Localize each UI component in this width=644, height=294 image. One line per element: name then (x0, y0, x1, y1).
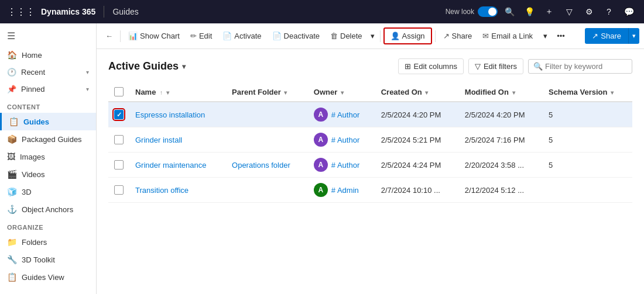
select-all-checkbox[interactable] (114, 87, 124, 96)
toolbar-overflow-button[interactable]: ••• (553, 29, 568, 43)
deactivate-button[interactable]: 📄 Deactivate (268, 29, 324, 43)
guide-name-link[interactable]: Grinder maintenance (135, 161, 206, 170)
show-chart-button[interactable]: 📊 Show Chart (124, 29, 184, 43)
parent-folder-column-header[interactable]: Parent Folder ▾ (226, 82, 308, 102)
sidebar-item-home[interactable]: 🏠 Home (0, 46, 96, 64)
sidebar-item-videos[interactable]: 🎬 Videos (0, 165, 96, 183)
images-icon: 🖼 (7, 152, 15, 161)
col-chevron-icon: ▾ (166, 89, 169, 96)
deactivate-icon: 📄 (272, 32, 282, 40)
row-modified-on-cell: 2/5/2024 7:16 PM (459, 127, 543, 153)
email-a-link-button[interactable]: ✉ Email a Link (478, 29, 537, 43)
app-layout: ☰ 🏠 Home 🕐 Recent ▾ 📌 Pinned ▾ Content 📋… (0, 23, 644, 294)
owner-link[interactable]: # Author (331, 161, 359, 170)
grid-icon[interactable]: ⋮⋮⋮ (7, 6, 35, 18)
schema-version-column-header[interactable]: Schema Version ▾ (543, 82, 632, 102)
modified-on-column-header[interactable]: Modified On ▾ (459, 82, 543, 102)
sidebar-item-packaged-guides[interactable]: 📦 Packaged Guides (0, 130, 96, 148)
chat-icon[interactable]: 💬 (621, 4, 637, 20)
filter-keyword-input[interactable] (545, 62, 627, 71)
row-created-on-cell: 2/5/2024 5:21 PM (375, 127, 459, 153)
guides-table: Name ↑ ▾ Parent Folder ▾ Owner ▾ (108, 82, 632, 203)
col-chevron-icon: ▾ (284, 89, 287, 96)
sidebar-item-guides-view[interactable]: 📋 Guides View (0, 268, 96, 286)
videos-icon: 🎬 (7, 170, 17, 179)
activate-button[interactable]: 📄 Activate (218, 29, 266, 43)
3d-icon: 🧊 (7, 187, 17, 196)
row-parent-folder-cell (226, 178, 308, 203)
share-button-group: ↗ Share ▾ (585, 28, 639, 44)
parent-folder-link[interactable]: Operations folder (232, 161, 290, 170)
owner-link[interactable]: # Author (331, 110, 359, 119)
settings-icon[interactable]: ⚙ (581, 4, 597, 20)
sidebar-item-pinned[interactable]: 📌 Pinned ▾ (0, 81, 96, 98)
plus-icon[interactable]: ＋ (541, 4, 557, 20)
edit-icon: ✏ (190, 32, 197, 40)
content-section-label: Content (0, 98, 96, 113)
share-chevron-button[interactable]: ▾ (628, 28, 639, 44)
row-modified-on-cell: 2/12/2024 5:12 ... (459, 178, 543, 203)
share-main-button[interactable]: ↗ Share (585, 28, 628, 44)
guide-name-link[interactable]: Transition office (135, 186, 189, 195)
sidebar-hamburger[interactable]: ☰ (0, 26, 96, 46)
lightbulb-icon[interactable]: 💡 (521, 4, 537, 20)
owner-link[interactable]: # Author (331, 136, 359, 144)
table-row: Espresso installation A # Author 2/5/202… (108, 102, 632, 127)
delete-button[interactable]: 🗑 Delete (326, 29, 367, 43)
guide-name-link[interactable]: Grinder install (135, 136, 182, 144)
more-actions-button[interactable]: ▾ (539, 29, 552, 43)
recent-icon: 🕐 (7, 68, 16, 77)
title-chevron-icon[interactable]: ▾ (182, 63, 186, 71)
edit-button[interactable]: ✏ Edit (186, 29, 217, 43)
search-icon[interactable]: 🔍 (501, 4, 518, 20)
row-name-cell: Grinder maintenance (129, 153, 226, 178)
row-schema-version-cell: 5 (543, 127, 632, 153)
created-on-column-header[interactable]: Created On ▾ (375, 82, 459, 102)
sidebar-item-guides[interactable]: 📋 Guides (0, 113, 96, 130)
pinned-icon: 📌 (7, 85, 16, 94)
sidebar-item-3d[interactable]: 🧊 3D (0, 183, 96, 200)
toolbar-separator (120, 30, 121, 42)
help-icon[interactable]: ? (601, 4, 617, 20)
table-row: Transition office A # Admin 2/7/2024 10:… (108, 178, 632, 203)
row-checkbox[interactable] (114, 185, 124, 195)
chevron-down-icon: ▾ (86, 86, 89, 92)
row-name-cell: Espresso installation (129, 102, 226, 127)
row-created-on-cell: 2/7/2024 10:10 ... (375, 178, 459, 203)
columns-icon: ⊞ (405, 62, 411, 71)
owner-column-header[interactable]: Owner ▾ (308, 82, 375, 102)
sidebar-item-images[interactable]: 🖼 Images (0, 148, 96, 165)
sidebar-item-recent[interactable]: 🕐 Recent ▾ (0, 64, 96, 81)
new-look-toggle[interactable] (478, 6, 498, 17)
sidebar-item-3d-toolkit[interactable]: 🔧 3D Toolkit (0, 251, 96, 268)
page-title: Active Guides ▾ (108, 60, 186, 72)
row-checkbox[interactable] (114, 110, 124, 119)
filter-icon[interactable]: ▽ (561, 4, 577, 20)
owner-link[interactable]: # Admin (331, 186, 359, 195)
edit-filters-button[interactable]: ▽ Edit filters (468, 58, 523, 74)
chevron-down-icon: ▾ (86, 69, 89, 75)
row-checkbox[interactable] (114, 160, 124, 170)
packaged-guides-icon: 📦 (7, 134, 17, 144)
row-owner-cell: A # Author (308, 102, 375, 127)
row-checkbox-cell[interactable] (108, 127, 129, 153)
back-button[interactable]: ← (101, 29, 117, 43)
select-all-header[interactable] (108, 82, 129, 102)
sidebar-item-object-anchors[interactable]: ⚓ Object Anchors (0, 200, 96, 218)
row-checkbox-cell[interactable] (108, 178, 129, 203)
share-link-button[interactable]: ↗ Share (439, 29, 477, 43)
email-icon: ✉ (482, 32, 489, 40)
activate-icon: 📄 (222, 32, 232, 40)
nav-right-actions: New look 🔍 💡 ＋ ▽ ⚙ ? 💬 (446, 4, 637, 20)
row-parent-folder-cell (226, 102, 308, 127)
delete-chevron-button[interactable]: ▾ (368, 29, 377, 43)
row-checkbox-cell[interactable] (108, 102, 129, 127)
row-checkbox-cell[interactable] (108, 153, 129, 178)
row-parent-folder-cell (226, 127, 308, 153)
name-column-header[interactable]: Name ↑ ▾ (129, 82, 226, 102)
sidebar-item-folders[interactable]: 📁 Folders (0, 233, 96, 251)
edit-columns-button[interactable]: ⊞ Edit columns (398, 58, 464, 74)
assign-button[interactable]: 👤 Assign (383, 27, 432, 44)
guide-name-link[interactable]: Espresso installation (135, 110, 205, 119)
row-checkbox[interactable] (114, 135, 124, 144)
